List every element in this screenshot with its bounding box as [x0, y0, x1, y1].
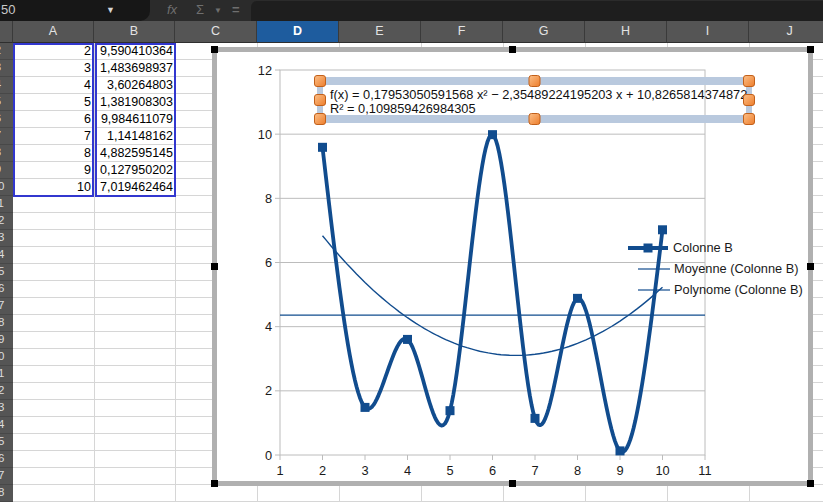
row-header-5[interactable]: 5 [0, 94, 13, 111]
column-header-A[interactable]: A [13, 21, 94, 43]
row-header-6[interactable]: 6 [0, 111, 13, 128]
x-axis-label-11[interactable]: 11 [698, 463, 711, 478]
cell-A3[interactable]: 3 [13, 60, 94, 77]
row-header-21[interactable]: 21 [0, 366, 13, 383]
column-header-G[interactable]: G [503, 21, 585, 43]
chart-resize-handle[interactable] [509, 46, 516, 53]
chart-resize-handle[interactable] [211, 263, 218, 270]
equation-resize-handle[interactable] [529, 114, 540, 125]
row-header-17[interactable]: 17 [0, 298, 13, 315]
row-header-23[interactable]: 23 [0, 400, 13, 417]
x-axis-label-8[interactable]: 8 [574, 463, 581, 478]
cell-B4[interactable]: 3,60264803 [95, 77, 176, 94]
equation-resize-handle[interactable] [744, 95, 755, 106]
row-header-14[interactable]: 14 [0, 247, 13, 264]
chart-resize-handle[interactable] [509, 480, 516, 487]
cell-A4[interactable]: 4 [13, 77, 94, 94]
cell-B7[interactable]: 1,14148162 [95, 128, 176, 145]
column-header-F[interactable]: F [421, 21, 503, 43]
sum-icon[interactable]: Σ [196, 2, 204, 17]
row-header-3[interactable]: 3 [0, 60, 13, 77]
x-axis-label-7[interactable]: 7 [531, 463, 538, 478]
equation-resize-handle[interactable] [315, 76, 326, 87]
equation-resize-handle[interactable] [744, 114, 755, 125]
formula-input[interactable] [251, 1, 823, 21]
row-header-8[interactable]: 8 [0, 145, 13, 162]
x-axis-label-3[interactable]: 3 [361, 463, 368, 478]
y-axis-label-8[interactable]: 8 [265, 191, 272, 206]
equation-resize-handle[interactable] [315, 95, 326, 106]
cell-B10[interactable]: 7,019462464 [95, 179, 176, 196]
row-header-11[interactable]: 11 [0, 196, 13, 213]
x-axis-label-6[interactable]: 6 [489, 463, 496, 478]
row-header-18[interactable]: 18 [0, 315, 13, 332]
name-box[interactable]: 50 ▼ [0, 0, 150, 21]
y-axis-label-12[interactable]: 12 [258, 63, 272, 78]
row-header-9[interactable]: 9 [0, 162, 13, 179]
row-header-25[interactable]: 25 [0, 434, 13, 451]
y-axis-label-0[interactable]: 0 [265, 448, 272, 463]
row-header-19[interactable]: 19 [0, 332, 13, 349]
row-header-24[interactable]: 24 [0, 417, 13, 434]
column-header-H[interactable]: H [585, 21, 667, 43]
chart-resize-handle[interactable] [807, 46, 814, 53]
row-header-26[interactable]: 26 [0, 451, 13, 468]
row-header-22[interactable]: 22 [0, 383, 13, 400]
cell-B3[interactable]: 1,483698937 [95, 60, 176, 77]
cell-A9[interactable]: 9 [13, 162, 94, 179]
x-axis-label-1[interactable]: 1 [276, 463, 283, 478]
y-axis-label-6[interactable]: 6 [265, 255, 272, 270]
row-header-2[interactable]: 2 [0, 43, 13, 60]
x-axis-label-2[interactable]: 2 [319, 463, 326, 478]
x-axis-label-4[interactable]: 4 [404, 463, 411, 478]
column-header-C[interactable]: C [175, 21, 257, 43]
cell-B2[interactable]: 9,590410364 [95, 43, 176, 60]
series-colonne-b[interactable] [323, 135, 663, 452]
y-axis-label-2[interactable]: 2 [265, 383, 272, 398]
row-header-15[interactable]: 15 [0, 264, 13, 281]
column-header-D[interactable]: D [257, 21, 339, 43]
y-axis-label-10[interactable]: 10 [258, 127, 272, 142]
equation-resize-handle[interactable] [315, 114, 326, 125]
column-header-B[interactable]: B [94, 21, 175, 43]
cell-B5[interactable]: 1,381908303 [95, 94, 176, 111]
equation-resize-handle[interactable] [744, 76, 755, 87]
chart-resize-handle[interactable] [807, 263, 814, 270]
chart-resize-handle[interactable] [211, 480, 218, 487]
chart-resize-handle[interactable] [807, 480, 814, 487]
chart-object[interactable]: 0246810121234567891011Colonne BMoyenne (… [212, 47, 813, 486]
x-axis-label-10[interactable]: 10 [655, 463, 669, 478]
cell-A5[interactable]: 5 [13, 94, 94, 111]
trendline-equation-box[interactable]: f(x) = 0,17953050591568 x² − 2,354892241… [315, 76, 755, 125]
column-header-E[interactable]: E [339, 21, 421, 43]
sum-dropdown-icon[interactable]: ▼ [214, 6, 222, 15]
cell-B8[interactable]: 4,882595145 [95, 145, 176, 162]
row-header-12[interactable]: 12 [0, 213, 13, 230]
row-header-10[interactable]: 10 [0, 179, 13, 196]
row-header-13[interactable]: 13 [0, 230, 13, 247]
row-header-20[interactable]: 20 [0, 349, 13, 366]
row-header-16[interactable]: 16 [0, 281, 13, 298]
row-header-7[interactable]: 7 [0, 128, 13, 145]
name-box-dropdown-icon[interactable]: ▼ [106, 5, 115, 15]
cell-B9[interactable]: 0,127950202 [95, 162, 176, 179]
x-axis-label-5[interactable]: 5 [446, 463, 453, 478]
chart-resize-handle[interactable] [211, 46, 218, 53]
header-corner[interactable] [0, 21, 13, 43]
row-header-27[interactable]: 27 [0, 468, 13, 485]
y-axis-label-4[interactable]: 4 [265, 319, 272, 334]
row-header-28[interactable]: 28 [0, 485, 13, 502]
polynomial-trendline[interactable] [323, 236, 663, 356]
cell-A10[interactable]: 10 [13, 179, 94, 196]
column-header-I[interactable]: I [667, 21, 749, 43]
x-axis-label-9[interactable]: 9 [616, 463, 623, 478]
row-header-4[interactable]: 4 [0, 77, 13, 94]
cell-A2[interactable]: 2 [13, 43, 94, 60]
cell-A8[interactable]: 8 [13, 145, 94, 162]
cell-A6[interactable]: 6 [13, 111, 94, 128]
column-header-J[interactable]: J [749, 21, 823, 43]
cell-A7[interactable]: 7 [13, 128, 94, 145]
function-wizard-icon[interactable]: fx [167, 2, 177, 17]
equation-resize-handle[interactable] [529, 76, 540, 87]
cell-B6[interactable]: 9,984611079 [95, 111, 176, 128]
